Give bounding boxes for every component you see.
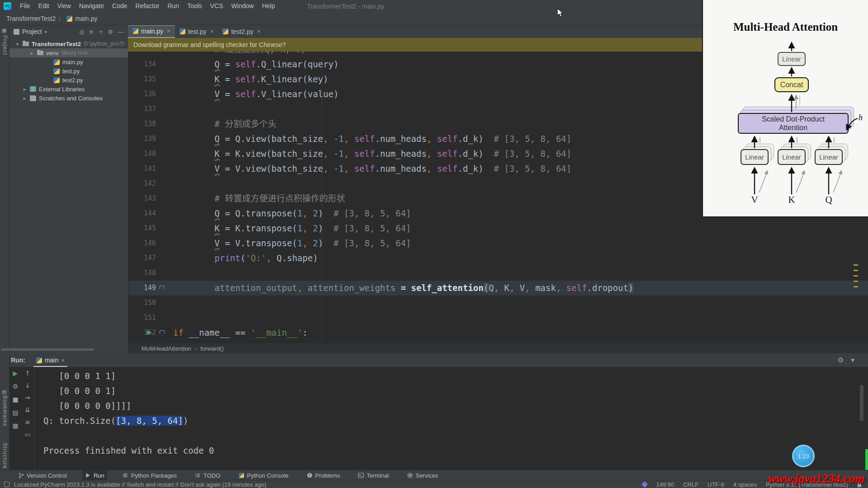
close-icon[interactable]: × [167,28,170,34]
tree-label: main.py [62,59,83,66]
tree-item-external-libraries[interactable]: ▸External Libraries [9,84,128,94]
menu-run[interactable]: Run [163,0,183,12]
clear-icon[interactable]: ▭ [24,431,30,438]
console-scrollbar[interactable] [860,385,863,421]
toolwindow-version-control[interactable]: Version Control [15,470,70,480]
expand-collapse-icon[interactable]: ÷ [98,28,103,35]
tree-item-main-py[interactable]: main.py [9,57,128,66]
dump-threads-icon[interactable]: ▤ [12,409,18,416]
recording-badge[interactable]: 1:23 [792,445,815,467]
status-message[interactable]: Localized PyCharm 2023.1.3 is available … [14,481,266,488]
window-title: TransformerTest2 - main.py [307,3,384,10]
line-number: 133 [128,52,156,57]
caret-position[interactable]: 149:90 [656,481,674,488]
gutter: 133 [128,52,173,57]
toolwindow-terminal[interactable]: Terminal [355,470,392,480]
hide-panel-icon[interactable]: — [118,28,123,35]
tree-item-scratches-and-consoles[interactable]: ▸Scratches and Consoles [9,94,128,103]
locate-icon[interactable]: ◎ [79,28,84,35]
error-stripe-mark[interactable] [854,286,858,287]
code-line-147: 147 print('Q:', Q.shape) [128,251,868,266]
console-layout-icon[interactable]: ▦ [12,422,18,429]
toolwindow-python-packages[interactable]: Python Packages [120,470,179,480]
menu-code[interactable]: Code [108,0,131,12]
print-icon[interactable]: ≡ [25,418,30,426]
settings-icon[interactable]: ⚙ [108,28,113,35]
run-console-output[interactable]: [0 0 0 1 1] [0 0 0 0 1] [0 0 0 0 0]]]]Q:… [43,369,214,458]
hide-panel-icon[interactable]: ▾ [851,356,854,364]
indent-setting[interactable]: 4 spaces [733,481,757,488]
tab-main-py[interactable]: main.py× [128,25,175,38]
breadcrumb-method[interactable]: forward() [200,345,224,352]
breadcrumb-class[interactable]: MultiHeadAttention [142,345,191,352]
run-tab-main[interactable]: main × [33,353,67,367]
chevron-down-icon[interactable]: ▾ [45,29,47,34]
status-bar: Localized PyCharm 2023.1.3 is available … [0,480,868,488]
line-separator[interactable]: CRLF [683,481,698,488]
toolwindow-label: Terminal [367,472,389,479]
stop-icon[interactable]: ■ [12,396,18,403]
pycharm-logo-icon[interactable]: PC [4,2,11,10]
error-stripe-mark[interactable] [854,281,858,282]
file-encoding[interactable]: UTF-8 [708,481,724,488]
close-icon[interactable]: × [210,28,214,35]
error-stripe-mark[interactable] [854,264,858,266]
bookmarks-stripe-icon[interactable]: ▤ [2,389,7,395]
menu-help[interactable]: Help [258,0,279,12]
toolwindow-services[interactable]: Services [404,470,441,480]
chevron-icon[interactable]: ▸ [24,96,30,101]
run-panel-header: Run: main × ⚙ ▾ [0,353,868,367]
tree-item-venv[interactable]: ▸venvlibrary root [9,48,128,57]
gear-icon[interactable]: ⚙ [838,356,844,364]
tab-test-py[interactable]: test.py× [175,25,218,38]
toolwindow-problems[interactable]: Problems [304,470,343,480]
menu-vcs[interactable]: VCS [206,0,227,12]
breadcrumb-project[interactable]: TransformerTest2 [6,15,56,22]
menu-tools[interactable]: Tools [183,0,206,12]
close-icon[interactable]: × [61,357,65,364]
up-stack-icon[interactable]: ↑ [25,370,30,377]
gutter: 134 [128,57,173,72]
menu-view[interactable]: View [53,0,75,12]
stripe-project-button[interactable]: Project [2,35,8,55]
run-label: Run: [11,357,25,364]
code-text: if __name__ == '__main__': [173,325,307,340]
stripe-bookmarks-button[interactable]: Bookmarks [2,395,8,427]
error-stripe-mark[interactable] [854,270,858,271]
tab-test2-py[interactable]: test2.py× [218,25,265,38]
menu-navigate[interactable]: Navigate [75,0,108,12]
chevron-icon[interactable]: ▾ [16,42,23,47]
menu-refactor[interactable]: Refactor [132,0,164,12]
error-stripe-mark[interactable] [854,275,858,277]
chevron-icon[interactable]: ▸ [31,51,37,56]
event-log-icon[interactable] [4,482,9,487]
project-panel: Project ▾ ◎≡÷⚙— ▾TransformerTest2D:\pyth… [9,25,128,353]
down-stack-icon[interactable]: ↓ [25,382,30,389]
rerun-icon[interactable]: ▶ [13,370,18,377]
chevron-icon[interactable]: ▸ [24,87,30,92]
notification-banner[interactable]: Download grammar and spelling checker fo… [128,38,702,52]
project-panel-title[interactable]: Project [22,28,42,35]
stripe-structure-button[interactable]: Structure [2,443,8,469]
breadcrumb-file[interactable]: main.py [75,15,97,22]
tree-item-test-py[interactable]: test.py [9,66,128,75]
run-line-icon[interactable] [147,330,151,335]
run-settings-icon[interactable]: ⚙ [13,383,19,390]
toolwindow-python-console[interactable]: Python Console [236,470,291,480]
tree-item-test2-py[interactable]: test2.py [9,75,128,84]
menu-file[interactable]: File [16,0,34,12]
toolwindow-run[interactable]: Run [82,470,107,480]
menu-window[interactable]: Window [227,0,258,12]
tree-item-transformertest2[interactable]: ▾TransformerTest2D:\python_pro\Tr [9,39,128,48]
close-icon[interactable]: × [257,28,261,35]
menu-edit[interactable]: Edit [34,0,53,12]
code-text: # 转置成方便进行点积操作的形状 [173,191,345,206]
soft-wrap-icon[interactable]: ⇒ [25,394,30,401]
python-file-icon [222,28,228,34]
toolwindow-todo[interactable]: TODO [192,470,223,480]
project-hscrollbar[interactable] [1,348,94,351]
project-stripe-icon[interactable]: ▦ [2,28,7,33]
scroll-to-end-icon[interactable]: ⇊ [25,406,30,413]
collapse-all-icon[interactable]: ≡ [89,28,94,35]
updates-icon[interactable] [642,481,648,488]
